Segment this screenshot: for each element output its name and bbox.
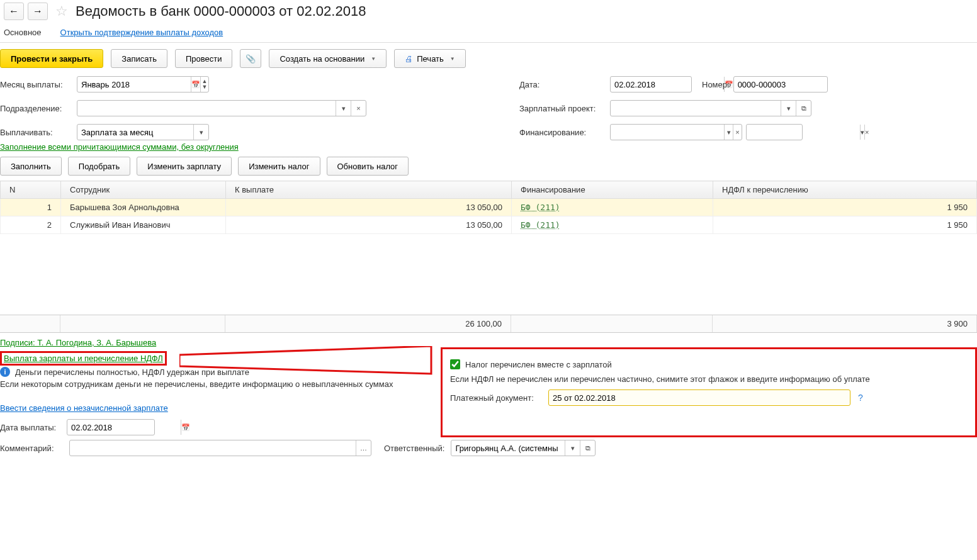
payout-transfer-link[interactable]: Выплата зарплаты и перечисление НДФЛ <box>4 354 163 363</box>
paytype-input[interactable] <box>77 125 193 140</box>
cell-pay: 13 050,00 <box>226 216 512 234</box>
salary-project-input[interactable] <box>611 101 781 116</box>
print-button[interactable]: 🖨 Печать <box>394 49 466 68</box>
tax-panel-note: Если НДФЛ не перечислен или перечислен ч… <box>450 371 968 388</box>
department-input[interactable] <box>77 101 336 116</box>
cell-tax: 1 950 <box>713 216 977 234</box>
fill-button[interactable]: Заполнить <box>0 157 62 176</box>
responsible-input[interactable] <box>451 440 565 456</box>
save-button[interactable]: Записать <box>111 49 167 68</box>
tab-main[interactable]: Основное <box>4 28 42 37</box>
printer-icon: 🖨 <box>405 54 413 64</box>
salary-project-label: Зарплатный проект: <box>519 104 606 113</box>
attach-button[interactable]: 📎 <box>240 49 261 68</box>
table-row[interactable]: 2 Служивый Иван Иванович 13 050,00 БФ (2… <box>1 216 977 234</box>
number-label: Номер: <box>702 80 730 89</box>
enter-unpaid-link[interactable]: Ввести сведения о незачисленной зарплате <box>0 401 168 415</box>
open-icon[interactable]: ⧉ <box>796 101 811 116</box>
calendar-icon[interactable]: 📅 <box>181 420 190 435</box>
table-row[interactable]: 1 Барышева Зоя Арнольдовна 13 050,00 БФ … <box>1 199 977 216</box>
post-button[interactable]: Провести <box>175 49 233 68</box>
ellipsis-icon[interactable]: … <box>356 440 371 456</box>
paydoc-input[interactable] <box>549 390 850 405</box>
pick-button[interactable]: Подобрать <box>68 157 130 176</box>
col-financing: Финансирование <box>512 181 713 199</box>
spinner-icon[interactable]: ▲▼ <box>200 77 208 92</box>
month-input[interactable] <box>77 77 191 92</box>
month-label: Месяц выплаты: <box>0 80 73 89</box>
help-icon[interactable]: ? <box>858 393 863 403</box>
date-label: Дата: <box>519 80 606 89</box>
financing-link[interactable]: БФ (211) <box>521 220 560 230</box>
clear-icon[interactable]: × <box>351 101 366 116</box>
svg-marker-0 <box>179 346 431 374</box>
totals-row: 26 100,00 3 900 <box>0 315 977 333</box>
change-salary-button[interactable]: Изменить зарплату <box>137 157 232 176</box>
department-label: Подразделение: <box>0 104 73 113</box>
cell-pay: 13 050,00 <box>226 199 512 216</box>
number-input[interactable] <box>734 77 847 92</box>
dropdown-icon[interactable]: ▾ <box>336 101 351 116</box>
calendar-icon[interactable]: 📅 <box>191 77 200 92</box>
paperclip-icon: 📎 <box>246 54 256 64</box>
cell-n: 2 <box>1 216 61 234</box>
comment-input[interactable] <box>70 440 356 456</box>
clear-icon[interactable]: × <box>864 125 869 140</box>
paytype-label: Выплачивать: <box>0 128 73 137</box>
cell-tax: 1 950 <box>713 199 977 216</box>
back-button[interactable]: ← <box>4 3 24 20</box>
arrow-annotation <box>179 346 444 378</box>
clear-icon[interactable]: × <box>733 125 742 140</box>
cell-n: 1 <box>1 199 61 216</box>
info-icon: i <box>0 367 10 377</box>
financing-label: Финансирование: <box>519 128 606 137</box>
employees-table[interactable]: N Сотрудник К выплате Финансирование НДФ… <box>0 181 977 234</box>
comment-label: Комментарий: <box>0 444 63 453</box>
dropdown-icon[interactable]: ▾ <box>781 101 796 116</box>
change-tax-button[interactable]: Изменить налог <box>238 157 320 176</box>
financing-link[interactable]: БФ (211) <box>521 203 560 212</box>
dropdown-icon[interactable]: ▾ <box>860 125 864 140</box>
col-employee: Сотрудник <box>61 181 226 199</box>
favorite-icon[interactable]: ☆ <box>55 3 68 20</box>
col-topay: К выплате <box>226 181 512 199</box>
fill-settings-link[interactable]: Заполнение всеми причитающимися суммами,… <box>0 140 239 154</box>
open-icon[interactable]: ⧉ <box>580 440 595 456</box>
page-title: Ведомость в банк 0000-000003 от 02.02.20… <box>76 3 366 20</box>
dropdown-icon[interactable]: ▾ <box>565 440 580 456</box>
post-and-close-button[interactable]: Провести и закрыть <box>0 49 103 68</box>
dropdown-icon[interactable]: ▾ <box>193 125 208 140</box>
paydate-input[interactable] <box>67 420 181 435</box>
update-tax-button[interactable]: Обновить налог <box>327 157 409 176</box>
col-n: N <box>1 181 61 199</box>
paydate-label: Дата выплаты: <box>0 423 63 432</box>
tab-open-confirmation[interactable]: Открыть подтверждение выплаты доходов <box>60 28 223 37</box>
financing-input-1[interactable] <box>611 125 724 140</box>
dropdown-icon[interactable]: ▾ <box>724 125 733 140</box>
create-based-on-button[interactable]: Создать на основании <box>269 49 387 68</box>
print-label: Печать <box>417 54 444 64</box>
footer-note: Если некоторым сотрудникам деньги не пер… <box>0 378 441 390</box>
total-tax: 3 900 <box>713 315 977 332</box>
col-tax: НДФЛ к перечислению <box>713 181 977 199</box>
tax-with-salary-label: Налог перечислен вместе с зарплатой <box>465 360 612 369</box>
paydoc-label: Платежный документ: <box>450 393 545 403</box>
cell-employee: Служивый Иван Иванович <box>61 216 226 234</box>
financing-input-2[interactable] <box>747 125 860 140</box>
tax-with-salary-checkbox[interactable] <box>450 359 460 369</box>
tax-panel: Налог перечислен вместе с зарплатой Если… <box>441 347 977 437</box>
forward-button[interactable]: → <box>28 3 48 20</box>
cell-employee: Барышева Зоя Арнольдовна <box>61 199 226 216</box>
total-pay: 26 100,00 <box>225 315 511 332</box>
responsible-label: Ответственный: <box>384 444 444 453</box>
